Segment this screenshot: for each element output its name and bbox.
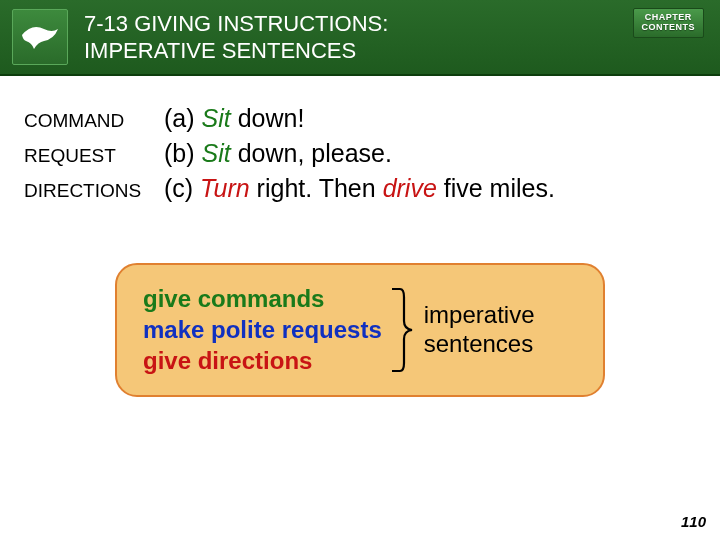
summary-line1: give commands	[143, 283, 382, 314]
logo-icon	[12, 9, 68, 65]
summary-right-1: imperative	[424, 301, 535, 330]
content-area: COMMAND (a) Sit down! REQUEST (b) Sit do…	[0, 76, 720, 397]
summary-box: give commands make polite requests give …	[115, 263, 605, 397]
row-directions: DIRECTIONS (c) Turn right. Then drive fi…	[24, 174, 696, 203]
page-number: 110	[681, 513, 706, 530]
summary-line2: make polite requests	[143, 314, 382, 345]
summary-line3: give directions	[143, 345, 382, 376]
row-request: REQUEST (b) Sit down, please.	[24, 139, 696, 168]
example-b: (b) Sit down, please.	[164, 139, 392, 168]
summary-right-2: sentences	[424, 330, 535, 359]
example-a: (a) Sit down!	[164, 104, 304, 133]
example-c: (c) Turn right. Then drive five miles.	[164, 174, 555, 203]
chapter-btn-line2: CONTENTS	[642, 23, 696, 33]
a-rest: down!	[231, 104, 305, 132]
slide-title: 7-13 GIVING INSTRUCTIONS: IMPERATIVE SEN…	[84, 10, 504, 65]
header-bar: 7-13 GIVING INSTRUCTIONS: IMPERATIVE SEN…	[0, 0, 720, 76]
label-request: REQUEST	[24, 145, 164, 167]
c-mid: right. Then	[250, 174, 383, 202]
c-verb1: Turn	[200, 174, 250, 202]
c-verb2: drive	[383, 174, 437, 202]
b-verb: Sit	[202, 139, 231, 167]
label-command: COMMAND	[24, 110, 164, 132]
b-prefix: (b)	[164, 139, 202, 167]
a-verb: Sit	[202, 104, 231, 132]
label-directions: DIRECTIONS	[24, 180, 164, 202]
chapter-contents-button[interactable]: CHAPTER CONTENTS	[633, 8, 705, 38]
row-command: COMMAND (a) Sit down!	[24, 104, 696, 133]
c-prefix: (c)	[164, 174, 200, 202]
c-rest: five miles.	[437, 174, 555, 202]
summary-left: give commands make polite requests give …	[143, 283, 382, 377]
bracket-icon	[390, 285, 414, 375]
summary-right: imperative sentences	[424, 301, 535, 359]
a-prefix: (a)	[164, 104, 202, 132]
b-rest: down, please.	[231, 139, 392, 167]
